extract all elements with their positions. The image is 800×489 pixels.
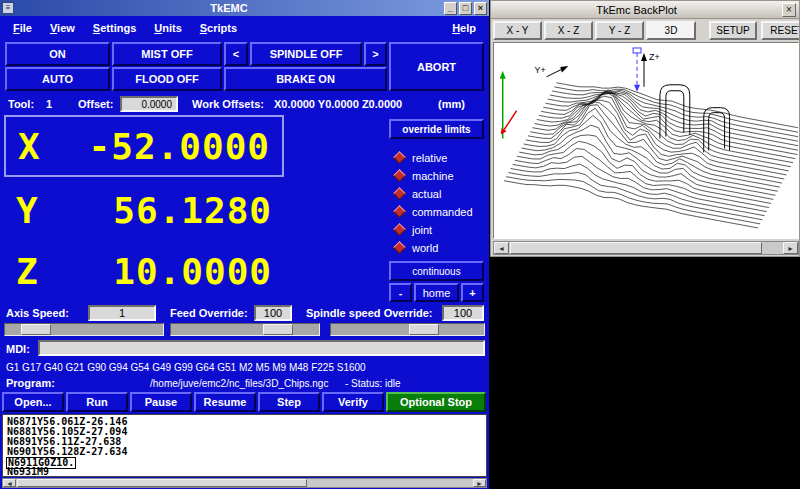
menu-scripts[interactable]: Scripts: [191, 19, 246, 37]
dro-axis-x: X -52.0000: [4, 115, 284, 177]
spindle-override-slider-handle[interactable]: [409, 324, 439, 335]
dro-z-label: Z: [4, 251, 66, 292]
radio-diamond-icon: [393, 241, 406, 254]
scroll-right-icon[interactable]: ►: [473, 479, 486, 487]
machine-on-button[interactable]: ON: [5, 42, 110, 66]
program-scrollbar[interactable]: ◄ ►: [2, 478, 487, 488]
spindle-override-slider[interactable]: [330, 323, 485, 336]
abort-button[interactable]: ABORT: [389, 42, 484, 91]
offset-label: Offset:: [78, 98, 113, 110]
jog-minus-button[interactable]: -: [389, 283, 412, 302]
tab-yz[interactable]: Y - Z: [595, 21, 644, 40]
minimize-icon[interactable]: _: [444, 2, 457, 15]
pause-button[interactable]: Pause: [130, 392, 192, 412]
close-icon[interactable]: ×: [474, 2, 487, 15]
jog-mode-button[interactable]: continuous: [389, 261, 484, 281]
tab-setup[interactable]: SETUP: [709, 21, 757, 40]
mist-button[interactable]: MIST OFF: [112, 42, 222, 66]
tab-xy[interactable]: X - Y: [493, 21, 542, 40]
scroll-right-icon[interactable]: ►: [783, 242, 798, 254]
resume-button[interactable]: Resume: [194, 392, 256, 412]
menu-units[interactable]: Units: [145, 19, 191, 37]
verify-button[interactable]: Verify: [322, 392, 384, 412]
tkemc-window-title: TkEMC: [14, 2, 444, 14]
radio-joint[interactable]: joint: [395, 222, 432, 237]
menu-help[interactable]: Help: [443, 19, 485, 37]
tab-xz[interactable]: X - Z: [544, 21, 593, 40]
feed-override-value: 100: [254, 305, 292, 321]
menu-file[interactable]: File: [4, 19, 41, 37]
radio-commanded-label: commanded: [412, 206, 473, 218]
brake-button[interactable]: BRAKE ON: [224, 67, 387, 91]
spindle-increase-button[interactable]: >: [364, 42, 387, 66]
override-limits-button[interactable]: override limits: [389, 119, 484, 139]
backplot-scrollbar-thumb[interactable]: [510, 242, 762, 254]
jog-plus-button[interactable]: +: [461, 283, 484, 302]
home-button[interactable]: home: [414, 283, 459, 302]
scroll-left-icon[interactable]: ◄: [3, 479, 16, 487]
tab-3d[interactable]: 3D: [646, 21, 696, 40]
tkemc-titlebar[interactable]: ≡ TkEMC _ □ ×: [0, 0, 489, 16]
menu-view[interactable]: View: [41, 19, 84, 37]
axis-speed-slider-handle[interactable]: [21, 324, 51, 335]
program-status: - Status: idle: [345, 378, 401, 389]
radio-relative[interactable]: relative: [395, 150, 447, 165]
units-label: (mm): [438, 98, 465, 110]
radio-actual[interactable]: actual: [395, 186, 441, 201]
axis-arrows: [500, 53, 647, 139]
mdi-label: MDI:: [6, 343, 30, 355]
radio-diamond-icon: [393, 151, 406, 164]
axis-speed-label: Axis Speed:: [6, 307, 69, 319]
tab-reset[interactable]: RESET: [761, 21, 800, 40]
backplot-scrollbar[interactable]: ◄ ►: [493, 241, 799, 255]
dro-y-value: 56.1280: [66, 190, 284, 231]
scroll-left-icon[interactable]: ◄: [494, 242, 509, 254]
backplot-canvas[interactable]: Y+ Z+: [493, 42, 799, 239]
radio-commanded[interactable]: commanded: [395, 204, 473, 219]
dro-x-value: -52.0000: [68, 126, 282, 167]
work-offsets-label: Work Offsets:: [192, 98, 264, 110]
dro-axis-y: Y 56.1280: [4, 183, 284, 237]
mdi-input[interactable]: [38, 340, 485, 356]
radio-world[interactable]: world: [395, 240, 438, 255]
backplot-titlebar[interactable]: TkEmc BackPlot ×: [491, 1, 799, 19]
work-offsets-value: X0.0000 Y0.0000 Z0.0000: [274, 98, 402, 110]
dro-x-label: X: [6, 126, 68, 167]
radio-relative-label: relative: [412, 152, 447, 164]
program-line: N6931M9: [6, 467, 483, 477]
radio-diamond-icon: [393, 187, 406, 200]
optional-stop-button[interactable]: Optional Stop: [386, 392, 486, 412]
spindle-override-label: Spindle speed Override:: [306, 307, 433, 319]
feed-override-label: Feed Override:: [170, 307, 248, 319]
backplot-window-title: TkEmc BackPlot: [491, 4, 782, 16]
run-button[interactable]: Run: [66, 392, 128, 412]
menu-settings[interactable]: Settings: [84, 19, 145, 37]
flood-button[interactable]: FLOOD OFF: [112, 67, 222, 91]
program-scrollbar-thumb[interactable]: [17, 479, 307, 487]
feed-override-slider[interactable]: [170, 323, 320, 336]
step-button[interactable]: Step: [258, 392, 320, 412]
window-menu-icon[interactable]: ≡: [2, 2, 14, 14]
axis-speed-slider[interactable]: [4, 323, 164, 336]
tkemc-window: ≡ TkEMC _ □ × File View Settings Units S…: [0, 0, 489, 489]
tool-offset-entry[interactable]: 0.0000: [120, 96, 178, 112]
tool-label: Tool:: [8, 98, 34, 110]
axis-speed-value: 1: [88, 305, 156, 321]
backplot-close-icon[interactable]: ×: [782, 3, 796, 17]
spindle-button[interactable]: SPINDLE OFF: [250, 42, 362, 66]
dro-axis-z: Z 10.0000: [4, 243, 284, 299]
dro-z-value: 10.0000: [66, 251, 284, 292]
dro-y-label: Y: [4, 190, 66, 231]
maximize-icon[interactable]: □: [459, 2, 472, 15]
spindle-override-value: 100: [442, 305, 484, 321]
radio-machine[interactable]: machine: [395, 168, 454, 183]
spindle-decrease-button[interactable]: <: [224, 42, 248, 66]
menubar: File View Settings Units Scripts Help: [0, 16, 489, 39]
program-listing[interactable]: N6871Y56.061Z-26.146 N6881Y56.105Z-27.09…: [2, 414, 487, 477]
radio-machine-label: machine: [412, 170, 454, 182]
mode-auto-button[interactable]: AUTO: [5, 67, 110, 91]
open-button[interactable]: Open...: [2, 392, 64, 412]
program-line: N6911G0Z10.: [6, 457, 483, 467]
radio-diamond-icon: [393, 205, 406, 218]
feed-override-slider-handle[interactable]: [263, 324, 293, 335]
